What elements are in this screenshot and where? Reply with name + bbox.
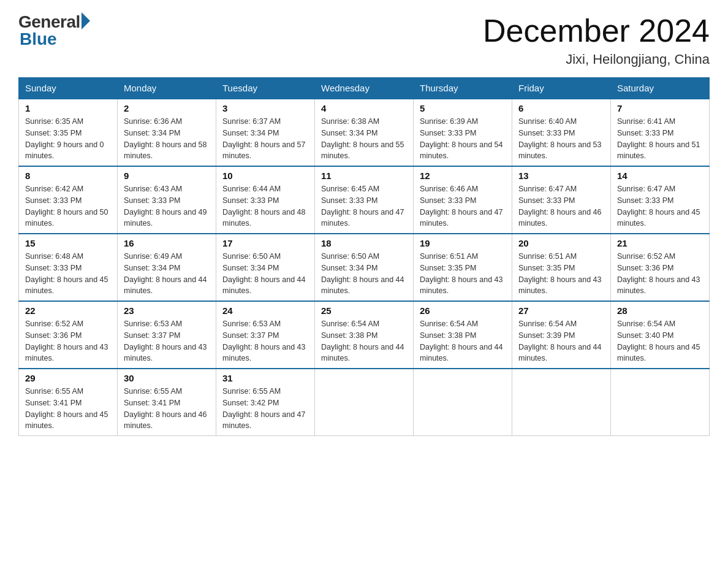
calendar-cell: 14 Sunrise: 6:47 AMSunset: 3:33 PMDaylig… <box>611 166 710 234</box>
calendar-cell: 19 Sunrise: 6:51 AMSunset: 3:35 PMDaylig… <box>414 234 512 301</box>
day-number: 15 <box>25 238 111 248</box>
title-block: December 2024 Jixi, Heilongjiang, China <box>483 12 710 67</box>
day-number: 23 <box>124 305 210 316</box>
day-number: 20 <box>518 238 604 248</box>
calendar-week-row: 1 Sunrise: 6:35 AMSunset: 3:35 PMDayligh… <box>19 99 710 166</box>
calendar-cell: 18 Sunrise: 6:50 AMSunset: 3:34 PMDaylig… <box>315 234 414 301</box>
calendar-table: SundayMondayTuesdayWednesdayThursdayFrid… <box>18 77 710 436</box>
day-info: Sunrise: 6:53 AMSunset: 3:37 PMDaylight:… <box>124 318 210 364</box>
day-info: Sunrise: 6:54 AMSunset: 3:38 PMDaylight:… <box>321 318 407 364</box>
day-number: 22 <box>25 305 111 316</box>
day-number: 31 <box>222 373 308 383</box>
weekday-header-monday: Monday <box>118 78 216 99</box>
day-info: Sunrise: 6:36 AMSunset: 3:34 PMDaylight:… <box>124 116 210 162</box>
calendar-cell <box>512 369 611 436</box>
calendar-cell: 24 Sunrise: 6:53 AMSunset: 3:37 PMDaylig… <box>216 301 315 369</box>
day-number: 1 <box>25 103 111 113</box>
day-info: Sunrise: 6:38 AMSunset: 3:34 PMDaylight:… <box>321 116 407 162</box>
day-info: Sunrise: 6:41 AMSunset: 3:33 PMDaylight:… <box>617 116 703 162</box>
day-number: 9 <box>124 170 210 181</box>
day-info: Sunrise: 6:53 AMSunset: 3:37 PMDaylight:… <box>222 318 308 364</box>
calendar-cell: 15 Sunrise: 6:48 AMSunset: 3:33 PMDaylig… <box>19 234 118 301</box>
calendar-cell: 1 Sunrise: 6:35 AMSunset: 3:35 PMDayligh… <box>19 99 118 166</box>
calendar-week-row: 29 Sunrise: 6:55 AMSunset: 3:41 PMDaylig… <box>19 369 710 436</box>
day-number: 24 <box>222 305 308 316</box>
day-info: Sunrise: 6:51 AMSunset: 3:35 PMDaylight:… <box>518 251 604 297</box>
month-title: December 2024 <box>483 12 710 49</box>
calendar-cell: 11 Sunrise: 6:45 AMSunset: 3:33 PMDaylig… <box>315 166 414 234</box>
day-number: 28 <box>617 305 703 316</box>
calendar-cell: 7 Sunrise: 6:41 AMSunset: 3:33 PMDayligh… <box>611 99 710 166</box>
calendar-cell: 21 Sunrise: 6:52 AMSunset: 3:36 PMDaylig… <box>611 234 710 301</box>
calendar-cell: 10 Sunrise: 6:44 AMSunset: 3:33 PMDaylig… <box>216 166 315 234</box>
day-info: Sunrise: 6:44 AMSunset: 3:33 PMDaylight:… <box>222 183 308 229</box>
day-number: 16 <box>124 238 210 248</box>
calendar-week-row: 15 Sunrise: 6:48 AMSunset: 3:33 PMDaylig… <box>19 234 710 301</box>
day-number: 26 <box>420 305 506 316</box>
calendar-cell: 20 Sunrise: 6:51 AMSunset: 3:35 PMDaylig… <box>512 234 611 301</box>
weekday-header-sunday: Sunday <box>19 78 118 99</box>
calendar-cell: 9 Sunrise: 6:43 AMSunset: 3:33 PMDayligh… <box>118 166 216 234</box>
day-info: Sunrise: 6:52 AMSunset: 3:36 PMDaylight:… <box>25 318 111 364</box>
day-info: Sunrise: 6:35 AMSunset: 3:35 PMDaylight:… <box>25 116 111 162</box>
day-number: 5 <box>420 103 506 113</box>
calendar-cell <box>611 369 710 436</box>
calendar-cell: 4 Sunrise: 6:38 AMSunset: 3:34 PMDayligh… <box>315 99 414 166</box>
day-number: 21 <box>617 238 703 248</box>
logo-blue-text: Blue <box>20 29 57 49</box>
calendar-cell: 17 Sunrise: 6:50 AMSunset: 3:34 PMDaylig… <box>216 234 315 301</box>
calendar-cell: 3 Sunrise: 6:37 AMSunset: 3:34 PMDayligh… <box>216 99 315 166</box>
calendar-cell <box>315 369 414 436</box>
location-label: Jixi, Heilongjiang, China <box>483 52 710 67</box>
day-number: 12 <box>420 170 506 181</box>
day-info: Sunrise: 6:54 AMSunset: 3:40 PMDaylight:… <box>617 318 703 364</box>
day-info: Sunrise: 6:50 AMSunset: 3:34 PMDaylight:… <box>321 251 407 297</box>
day-number: 8 <box>25 170 111 181</box>
day-info: Sunrise: 6:43 AMSunset: 3:33 PMDaylight:… <box>124 183 210 229</box>
calendar-cell: 29 Sunrise: 6:55 AMSunset: 3:41 PMDaylig… <box>19 369 118 436</box>
day-info: Sunrise: 6:50 AMSunset: 3:34 PMDaylight:… <box>222 251 308 297</box>
calendar-cell: 2 Sunrise: 6:36 AMSunset: 3:34 PMDayligh… <box>118 99 216 166</box>
page-header: General Blue December 2024 Jixi, Heilong… <box>18 12 710 67</box>
day-info: Sunrise: 6:40 AMSunset: 3:33 PMDaylight:… <box>518 116 604 162</box>
calendar-week-row: 22 Sunrise: 6:52 AMSunset: 3:36 PMDaylig… <box>19 301 710 369</box>
calendar-cell: 25 Sunrise: 6:54 AMSunset: 3:38 PMDaylig… <box>315 301 414 369</box>
calendar-cell: 31 Sunrise: 6:55 AMSunset: 3:42 PMDaylig… <box>216 369 315 436</box>
day-number: 7 <box>617 103 703 113</box>
day-info: Sunrise: 6:55 AMSunset: 3:41 PMDaylight:… <box>124 386 210 432</box>
weekday-header-thursday: Thursday <box>414 78 512 99</box>
day-info: Sunrise: 6:54 AMSunset: 3:39 PMDaylight:… <box>518 318 604 364</box>
calendar-cell: 5 Sunrise: 6:39 AMSunset: 3:33 PMDayligh… <box>414 99 512 166</box>
day-number: 11 <box>321 170 407 181</box>
weekday-header-friday: Friday <box>512 78 611 99</box>
calendar-cell: 27 Sunrise: 6:54 AMSunset: 3:39 PMDaylig… <box>512 301 611 369</box>
calendar-cell: 13 Sunrise: 6:47 AMSunset: 3:33 PMDaylig… <box>512 166 611 234</box>
day-number: 3 <box>222 103 308 113</box>
day-info: Sunrise: 6:47 AMSunset: 3:33 PMDaylight:… <box>518 183 604 229</box>
day-info: Sunrise: 6:42 AMSunset: 3:33 PMDaylight:… <box>25 183 111 229</box>
day-info: Sunrise: 6:47 AMSunset: 3:33 PMDaylight:… <box>617 183 703 229</box>
day-info: Sunrise: 6:55 AMSunset: 3:41 PMDaylight:… <box>25 386 111 432</box>
day-number: 2 <box>124 103 210 113</box>
calendar-cell: 12 Sunrise: 6:46 AMSunset: 3:33 PMDaylig… <box>414 166 512 234</box>
calendar-cell: 28 Sunrise: 6:54 AMSunset: 3:40 PMDaylig… <box>611 301 710 369</box>
day-number: 6 <box>518 103 604 113</box>
weekday-header-tuesday: Tuesday <box>216 78 315 99</box>
day-number: 25 <box>321 305 407 316</box>
day-number: 13 <box>518 170 604 181</box>
weekday-header-row: SundayMondayTuesdayWednesdayThursdayFrid… <box>19 78 710 99</box>
calendar-cell: 26 Sunrise: 6:54 AMSunset: 3:38 PMDaylig… <box>414 301 512 369</box>
day-number: 19 <box>420 238 506 248</box>
calendar-cell: 30 Sunrise: 6:55 AMSunset: 3:41 PMDaylig… <box>118 369 216 436</box>
day-number: 30 <box>124 373 210 383</box>
weekday-header-wednesday: Wednesday <box>315 78 414 99</box>
calendar-week-row: 8 Sunrise: 6:42 AMSunset: 3:33 PMDayligh… <box>19 166 710 234</box>
day-info: Sunrise: 6:49 AMSunset: 3:34 PMDaylight:… <box>124 251 210 297</box>
day-info: Sunrise: 6:55 AMSunset: 3:42 PMDaylight:… <box>222 386 308 432</box>
logo: General Blue <box>18 12 90 49</box>
calendar-cell: 16 Sunrise: 6:49 AMSunset: 3:34 PMDaylig… <box>118 234 216 301</box>
day-number: 14 <box>617 170 703 181</box>
calendar-cell: 22 Sunrise: 6:52 AMSunset: 3:36 PMDaylig… <box>19 301 118 369</box>
day-info: Sunrise: 6:46 AMSunset: 3:33 PMDaylight:… <box>420 183 506 229</box>
logo-arrow-icon <box>82 12 90 29</box>
